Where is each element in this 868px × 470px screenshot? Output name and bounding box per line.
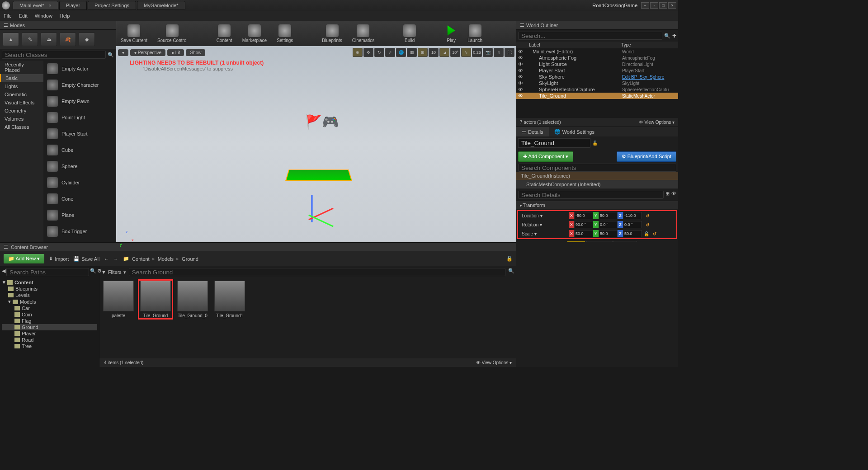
outliner-search-input[interactable] [518,32,662,40]
marketplace-button[interactable]: Marketplace [242,24,267,43]
outliner-tab[interactable]: ☰ World Outliner [516,21,678,30]
forward-icon[interactable]: → [113,256,118,262]
launch-button[interactable]: Launch [467,24,482,43]
component-row[interactable]: StaticMeshComponent (Inherited) [516,180,678,188]
property-matrix-icon[interactable]: ⊞ [665,191,670,199]
maximize-button[interactable]: □ [659,2,667,9]
breadcrumb-content[interactable]: Content [132,256,150,262]
reset-icon[interactable]: ↺ [646,222,649,227]
vp-grid-size[interactable]: 10 [429,48,439,57]
modes-panel-tab[interactable]: ☰ Modes [0,21,116,30]
filters-button[interactable]: ▼ Filters ▾ [101,268,126,276]
search-icon[interactable]: 🔍 [108,52,114,58]
cat-cinematic[interactable]: Cinematic [0,90,43,99]
content-button[interactable]: Content [217,24,232,43]
actor-cylinder[interactable]: Cylinder [43,174,116,191]
vp-camera-speed-icon[interactable]: 📷 [483,48,493,57]
scale-z-input[interactable] [623,230,642,237]
asset-tile-ground-0[interactable]: Tile_Ground_0 [176,281,209,318]
eye-icon[interactable]: 👁 [518,55,524,61]
outliner-row[interactable]: 👁Player StartPlayerStart [516,67,678,74]
vp-select-tool-icon[interactable]: ⊕ [353,48,363,57]
vp-scale-tool-icon[interactable]: ⤢ [385,48,395,57]
col-type[interactable]: Type [621,42,675,47]
tree-player[interactable]: Player [2,330,97,337]
eye-icon[interactable]: 👁 [518,93,524,99]
tab-player[interactable]: Player [59,1,87,10]
tab-details[interactable]: ☰ Details [516,127,549,136]
eye-icon[interactable]: 👁 [518,49,524,54]
tree-levels[interactable]: Levels [2,292,97,298]
save-current-button[interactable]: Save Current [121,24,147,43]
tree-content[interactable]: ▾ Content [2,279,97,286]
vp-perspective-button[interactable]: ▾ Perspective [130,49,165,56]
close-icon[interactable]: × [48,3,51,8]
blueprints-button[interactable]: Blueprints [322,24,342,43]
add-new-button[interactable]: 📁 Add New ▾ [4,254,44,263]
vp-lit-button[interactable]: ● Lit [167,49,184,56]
actor-plane[interactable]: Plane [43,207,116,223]
import-button[interactable]: ⬇ Import [49,256,69,262]
tree-blueprints[interactable]: Blueprints [2,286,97,292]
play-button[interactable]: Play [445,24,458,43]
tab-mainlevel[interactable]: MainLevel*× [13,1,58,10]
component-row[interactable]: Tile_Ground(Instance) [516,172,678,180]
actor-sphere[interactable]: Sphere [43,158,116,174]
actor-cone[interactable]: Cone [43,191,116,207]
place-mode-icon[interactable]: ▲ [3,33,19,46]
restore-button[interactable]: ▫ [650,2,658,9]
cat-all-classes[interactable]: All Classes [0,123,43,131]
search-icon[interactable]: 🔍 [508,268,514,276]
outliner-row-selected[interactable]: 👁Tile_GroundStaticMeshActor [516,93,678,99]
eye-icon[interactable]: 👁 [518,74,524,80]
cat-recently-placed[interactable]: Recently Placed [0,61,43,74]
rotation-y-input[interactable] [599,221,618,228]
search-icon[interactable]: 🔍 [90,268,96,276]
cinematics-button[interactable]: Cinematics [352,24,374,43]
landscape-mode-icon[interactable]: ⛰ [41,33,57,46]
tree-tree[interactable]: Tree [2,343,97,349]
close-button[interactable]: × [668,2,676,9]
save-all-button[interactable]: 💾 Save All [73,256,99,262]
rotation-z-input[interactable] [623,221,642,228]
col-label[interactable]: Label [529,42,621,47]
vp-maximize-icon[interactable]: ⛶ [505,48,514,57]
scale-y-input[interactable] [599,230,618,237]
vp-grid-snap-icon[interactable]: ⊞ [418,48,428,57]
eye-icon[interactable]: 👁 [518,61,524,67]
vp-menu-button[interactable]: ▾ [118,49,128,56]
geometry-mode-icon[interactable]: ◆ [79,33,95,46]
eye-icon[interactable]: 👁 [671,191,676,199]
location-x-input[interactable] [574,212,593,219]
blueprint-button[interactable]: ⚙ Blueprint/Add Script [617,151,676,162]
tree-road[interactable]: Road [2,337,97,343]
view-options-button[interactable]: 👁 View Options ▾ [639,120,675,125]
search-assets-input[interactable] [129,268,505,276]
cat-visual-effects[interactable]: Visual Effects [0,99,43,107]
tab-mygamemode[interactable]: MyGameMode* [137,1,185,10]
cb-panel-tab[interactable]: ☰ Content Browser [0,243,516,251]
tree-car[interactable]: Car [2,305,97,311]
foliage-mode-icon[interactable]: 🍂 [60,33,76,46]
sources-toggle-icon[interactable]: ◀ [2,268,5,276]
search-paths-input[interactable] [6,268,89,276]
vp-angle-size[interactable]: 10° [450,48,460,57]
vp-angle-snap-icon[interactable]: ◢ [439,48,449,57]
scale-x-input[interactable] [574,230,593,237]
actor-cube[interactable]: Cube [43,142,116,158]
search-details-input[interactable] [518,191,664,199]
vp-surface-snap-icon[interactable]: ▦ [407,48,417,57]
actor-empty-pawn[interactable]: Empty Pawn [43,93,116,109]
outliner-row[interactable]: 👁Light SourceDirectionalLight [516,61,678,67]
tab-project-settings[interactable]: Project Settings [88,1,136,10]
search-components-input[interactable] [518,164,676,172]
actor-player-start[interactable]: Player Start [43,126,116,142]
tab-world-settings[interactable]: 🌐 World Settings [549,127,600,136]
outliner-row[interactable]: 👁Atmospheric FogAtmosphericFog [516,55,678,61]
asset-tile-ground[interactable]: Tile_Ground [139,281,172,318]
location-y-input[interactable] [599,212,618,219]
location-z-input[interactable] [623,212,642,219]
view-options-button[interactable]: 👁 View Options ▾ [476,360,512,365]
cat-lights[interactable]: Lights [0,82,43,90]
vp-translate-tool-icon[interactable]: ✥ [363,48,373,57]
